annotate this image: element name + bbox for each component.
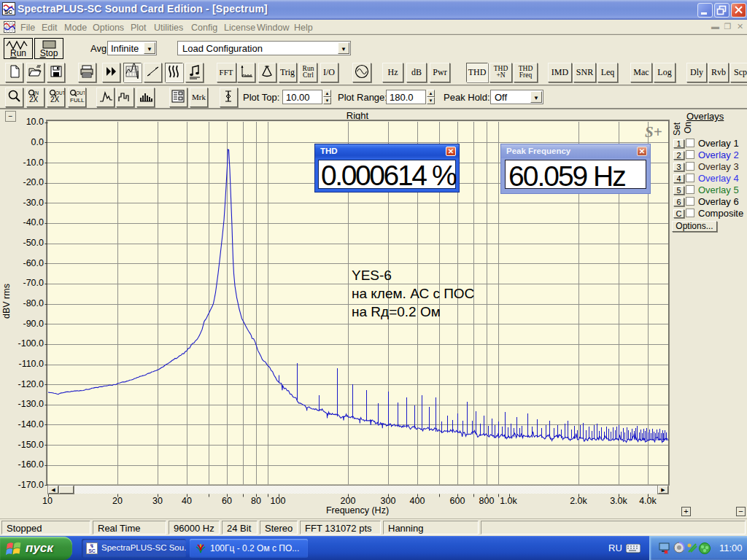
- svg-text:OUT: OUT: [55, 90, 64, 96]
- svg-text:FULL: FULL: [70, 97, 85, 104]
- svg-text:2X: 2X: [50, 96, 60, 104]
- svg-text:SC: SC: [4, 9, 12, 15]
- svg-text:Run: Run: [10, 48, 26, 58]
- svg-text:IN: IN: [34, 90, 39, 96]
- svg-text:OUT: OUT: [76, 90, 85, 96]
- svg-text:Stop: Stop: [40, 48, 58, 58]
- svg-text:2X: 2X: [29, 96, 39, 104]
